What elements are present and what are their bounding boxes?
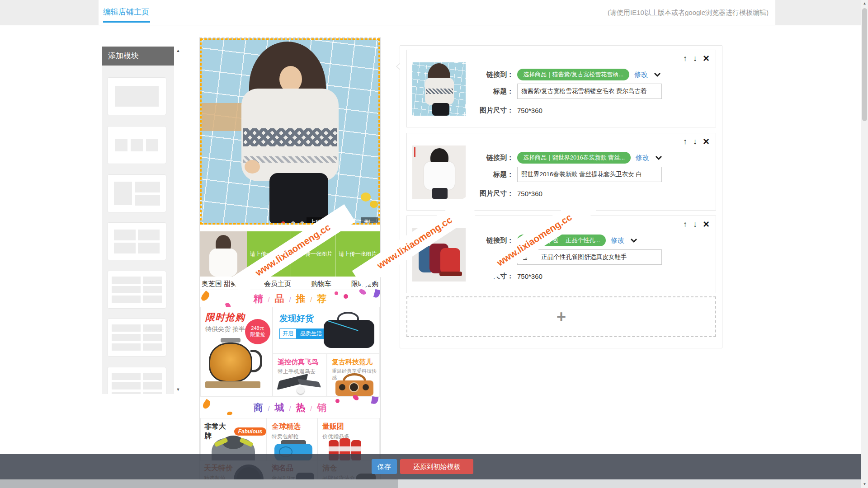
- module-thumb-rows-c[interactable]: [107, 367, 166, 394]
- carousel-dot: [291, 221, 295, 225]
- module-block: [115, 86, 159, 107]
- vertical-scrollbar[interactable]: ▲ ▼: [861, 0, 868, 488]
- promo-discover-card: 发现好货 开启 品质生活: [273, 307, 380, 354]
- banner-delete-button[interactable]: 删除: [361, 217, 378, 225]
- banner-item-editor: ↑ ↓ × 链接到： 选择商品｜猫酱紫/复古宽松雪花雪柄... 修改 标题： 图…: [406, 50, 716, 127]
- shop-homepage-editor: 编辑店铺主页 (请使用IE10以上版本或者google浏览器进行模板编辑) 添加…: [0, 0, 868, 488]
- modify-link[interactable]: 修改: [634, 70, 648, 79]
- scroll-down-icon[interactable]: ▼: [861, 482, 868, 486]
- modify-link[interactable]: 修改: [611, 236, 624, 245]
- nav-item-member: 会员主页: [264, 280, 291, 288]
- promo-bird-card: 遥控仿真飞鸟 带上手机遛鸟去: [273, 354, 327, 397]
- chevron-down-icon[interactable]: [654, 72, 661, 77]
- title-input[interactable]: [517, 167, 662, 182]
- browser-hint: (请使用IE10以上版本或者google浏览器进行模板编辑): [608, 9, 769, 17]
- tag-open: 开启: [279, 328, 297, 339]
- title-label: 标题：: [470, 170, 514, 179]
- scroll-up-icon[interactable]: ▲: [861, 1, 868, 5]
- item-thumbnail: [412, 145, 466, 199]
- title-input[interactable]: [517, 249, 662, 265]
- vertical-scrollbar-thumb[interactable]: [862, 8, 867, 121]
- tag-life: 品质生活: [297, 328, 326, 339]
- size-value: 750*360: [517, 272, 542, 280]
- module-thumb-rows-a[interactable]: [107, 271, 166, 309]
- paint-drop-decor: [344, 294, 348, 299]
- save-button[interactable]: 保存: [372, 459, 397, 474]
- bottle-label-shape: [329, 446, 361, 451]
- paint-drop-decor: [335, 399, 340, 403]
- paint-drop-decor: [335, 291, 338, 295]
- kettle-base-shape: [205, 381, 260, 388]
- modify-link[interactable]: 修改: [636, 154, 649, 162]
- move-up-icon[interactable]: ↑: [683, 137, 687, 146]
- module-list-scroll-down-icon[interactable]: ▼: [175, 387, 181, 392]
- add-module-header: 添加模块: [102, 47, 174, 66]
- move-down-icon[interactable]: ↓: [693, 137, 697, 146]
- banner-item-editor: ↑ ↓ × 链接到： 选择商品｜熙世界2016春装新款 蕾丝... 修改 标题：…: [406, 133, 716, 211]
- item-thumbnail: [412, 62, 466, 116]
- title-underline: [103, 21, 150, 23]
- link-label: 链接到：: [470, 154, 514, 162]
- horizontal-scrollbar[interactable]: [0, 479, 861, 488]
- promo-flash-card: 限时抢购 特供尖货 抢半价 248元限量抢: [200, 307, 273, 397]
- kettle-shape: [209, 343, 252, 382]
- module-list: [102, 66, 174, 394]
- move-up-icon[interactable]: ↑: [683, 220, 687, 229]
- module-list-scroll-up-icon[interactable]: ▲: [175, 48, 181, 53]
- module-thumb-three-columns[interactable]: [107, 126, 166, 164]
- retro-title: 复古科技范儿: [332, 358, 379, 366]
- module-editor-panel: ↑ ↓ × 链接到： 选择商品｜猫酱紫/复古宽松雪花雪柄... 修改 标题： 图…: [400, 45, 722, 348]
- promo-retro-card: 复古科技范儿 重温经典享受科技快感: [327, 354, 380, 397]
- nav-item-cart: 购物车: [311, 280, 331, 288]
- banner-module-selected[interactable]: 上移 下移 删除: [200, 38, 380, 225]
- close-icon[interactable]: ×: [703, 54, 709, 63]
- hot-title: 量贩团: [322, 422, 368, 432]
- move-up-icon[interactable]: ↑: [683, 54, 687, 63]
- size-value: 750*360: [517, 107, 542, 114]
- size-label: 图片尺寸：: [470, 189, 514, 198]
- lemon-shape: [361, 192, 371, 202]
- add-item-button[interactable]: +: [406, 296, 716, 337]
- title-label: 标题：: [470, 87, 514, 96]
- header-right-margin: [775, 0, 861, 25]
- lemon-shape: [370, 201, 378, 208]
- size-value: 750*360: [517, 190, 542, 197]
- pants-shape: [269, 173, 328, 223]
- module-thumb-image-text[interactable]: [107, 174, 166, 212]
- kettle-lid-shape: [221, 338, 241, 343]
- module-thumb-grid-2x2[interactable]: [107, 222, 166, 260]
- price-badge: 248元限量抢: [245, 319, 270, 344]
- title-input[interactable]: [517, 84, 662, 99]
- duffel-bag-shape: [324, 320, 374, 348]
- header: 编辑店铺主页 (请使用IE10以上版本或者google浏览器进行模板编辑): [99, 0, 775, 25]
- link-label: 链接到：: [470, 236, 514, 245]
- featured-grid-module: 限时抢购 特供尖货 抢半价 248元限量抢 发现好货 开启 品质生活: [200, 307, 380, 397]
- restore-template-button[interactable]: 还原到初始模板: [400, 459, 473, 474]
- close-icon[interactable]: ×: [703, 137, 709, 146]
- bird-subtitle: 带上手机遛鸟去: [278, 368, 326, 375]
- chevron-down-icon[interactable]: [655, 155, 662, 160]
- header-divider: [0, 25, 861, 25]
- select-product-pill[interactable]: 选择商品｜猫酱紫/复古宽松雪花雪柄...: [517, 69, 629, 80]
- size-label: 图片尺寸：: [470, 106, 514, 115]
- plus-icon: +: [557, 307, 566, 326]
- kettle-handle-shape: [250, 350, 262, 372]
- model-photo-thumb: [200, 231, 247, 277]
- page-title: 编辑店铺主页: [103, 7, 149, 17]
- module-thumb-banner[interactable]: [107, 77, 166, 115]
- move-down-icon[interactable]: ↓: [693, 220, 697, 229]
- hand-shape: [245, 160, 260, 174]
- select-product-pill[interactable]: 选择商品｜熙世界2016春装新款 蕾丝...: [517, 152, 631, 164]
- move-down-icon[interactable]: ↓: [693, 54, 697, 63]
- chevron-down-icon[interactable]: [630, 238, 637, 243]
- sweater-zigzag-shape: [243, 128, 337, 146]
- module-thumb-rows-b[interactable]: [107, 319, 166, 357]
- header-left-margin: [0, 0, 99, 25]
- carousel-dot: [300, 221, 304, 225]
- horizontal-scrollbar-thumb[interactable]: [0, 479, 398, 488]
- shop-nav-row: 奥芝国 甜美少 会员主页 购物车 限时抢购: [200, 278, 380, 290]
- hot-subtitle: 特卖包邮抢: [272, 433, 317, 441]
- close-icon[interactable]: ×: [703, 220, 709, 229]
- link-label: 链接到：: [470, 70, 514, 79]
- fabulous-badge: Fabulous: [234, 427, 266, 436]
